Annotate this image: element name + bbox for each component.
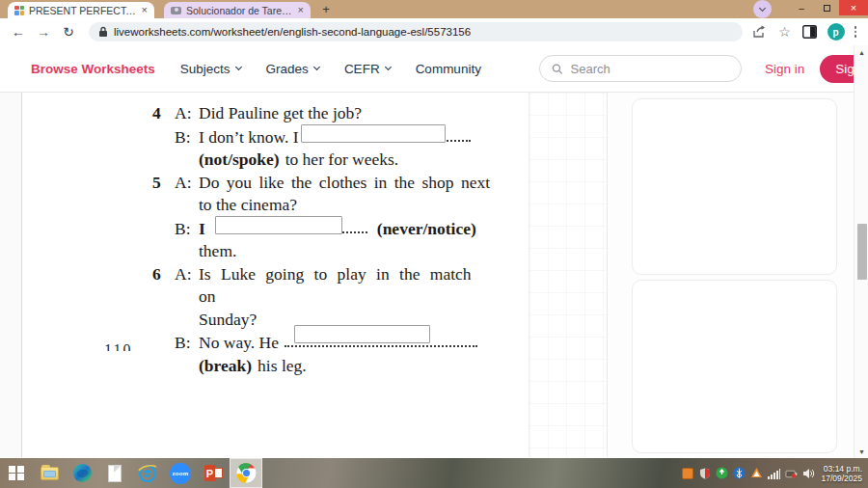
nav-subjects[interactable]: Subjects: [180, 62, 241, 76]
worksheet-exercises: 4 A: Did Pauline get the job? B: I don’t…: [152, 102, 490, 377]
share-icon[interactable]: [752, 24, 768, 40]
liveworksheets-favicon-icon: [14, 6, 24, 15]
answer-tail: them.: [199, 240, 236, 263]
exercise-6-answer-line: B: No way. He: [152, 331, 490, 355]
worksheet-page: 4 A: Did Pauline get the job? B: I don’t…: [23, 93, 609, 457]
battery-alert-icon[interactable]: [785, 467, 798, 479]
site-nav: Browse Worksheets Subjects Grades CEFR C…: [31, 62, 481, 76]
side-card-bottom: [632, 280, 837, 453]
toolbar-icons: ☆ p: [752, 23, 861, 41]
exercise-5-answer-input[interactable]: [215, 216, 342, 234]
exercise-4-question: 4 A: Did Pauline get the job?: [152, 102, 490, 125]
tab-present-perfect[interactable]: PRESENT PERFECT... | Free Intera... ×: [8, 2, 154, 18]
search-box[interactable]: [539, 55, 742, 82]
anydesk-icon[interactable]: [750, 467, 763, 479]
profile-avatar[interactable]: p: [827, 23, 845, 41]
speaker-label: A:: [175, 172, 199, 195]
nav-community[interactable]: Community: [416, 62, 481, 76]
chrome-icon: [236, 463, 257, 483]
minimize-button[interactable]: –: [789, 0, 814, 15]
menu-kebab-icon[interactable]: [854, 26, 857, 38]
url-text: liveworksheets.com/worksheet/en/english-…: [114, 26, 471, 38]
scrollbar-thumb[interactable]: [857, 224, 867, 280]
question-text: to the cinema?: [199, 194, 297, 217]
side-panel-icon[interactable]: [802, 24, 818, 40]
clock-date: 17/09/2025: [821, 474, 862, 483]
speaker-label: B:: [175, 332, 199, 355]
speaker-label: A:: [175, 263, 199, 286]
answer-tail: to her for weeks.: [285, 149, 399, 172]
maximize-button[interactable]: [814, 0, 839, 15]
nav-cefr[interactable]: CEFR: [344, 62, 391, 76]
internet-explorer-button[interactable]: [131, 458, 164, 488]
scroll-up-icon[interactable]: ▲: [854, 45, 868, 59]
photo-solver-favicon-icon: [171, 7, 181, 14]
tab-close-icon[interactable]: ×: [298, 5, 304, 15]
internet-explorer-icon: [137, 463, 158, 484]
nav-grades[interactable]: Grades: [266, 62, 319, 76]
exercise-5-question-line2: to the cinema?: [152, 194, 490, 217]
zoom-icon: zoom: [170, 463, 191, 484]
side-card-top: [632, 98, 837, 275]
chrome-button[interactable]: [230, 458, 262, 488]
file-explorer-button[interactable]: [33, 458, 66, 488]
scroll-down-icon[interactable]: ▼: [854, 445, 868, 458]
verb-hint: (break): [199, 355, 252, 378]
answer-field-wrap: [215, 217, 367, 234]
exercise-6-answer-input[interactable]: [294, 325, 430, 343]
lock-icon: [98, 26, 108, 38]
verb-hint: (not/spoke): [199, 149, 280, 172]
search-wrap: [481, 55, 765, 82]
network-signal-icon[interactable]: [768, 467, 780, 479]
exercise-4-answer-input[interactable]: [301, 124, 446, 143]
bookmark-star-icon[interactable]: ☆: [777, 24, 793, 40]
tab-solucionador[interactable]: Solucionador de Tareas con Foto ×: [164, 2, 311, 18]
taskbar-clock[interactable]: 03:14 p.m. 17/09/2025: [821, 464, 868, 483]
dotted-line: [285, 345, 477, 347]
clock-time: 03:14 p.m.: [821, 464, 862, 474]
chevron-down-icon: [235, 64, 242, 70]
tray-status-green-icon[interactable]: [716, 467, 728, 479]
zoom-button[interactable]: zoom: [164, 458, 197, 488]
exercise-6-hint-line: (break) his leg.: [152, 355, 490, 378]
speaker-label: A:: [175, 102, 199, 125]
address-bar[interactable]: liveworksheets.com/worksheet/en/english-…: [89, 22, 743, 41]
bluetooth-icon[interactable]: [733, 467, 746, 479]
tray-app-orange-icon[interactable]: [681, 467, 693, 479]
tray-security-icon[interactable]: [698, 467, 711, 479]
powerpoint-button[interactable]: P: [197, 458, 230, 488]
edge-icon: [72, 463, 93, 483]
nav-browse-worksheets[interactable]: Browse Worksheets: [31, 62, 155, 76]
tab-search-icon[interactable]: [753, 0, 772, 18]
edge-button[interactable]: [66, 458, 98, 488]
search-input[interactable]: [571, 62, 729, 76]
new-tab-button[interactable]: +: [319, 3, 333, 16]
tab-close-icon[interactable]: ×: [142, 5, 148, 15]
back-button[interactable]: ←: [8, 21, 29, 42]
start-button[interactable]: [0, 458, 33, 488]
worksheet-page-number: 110: [104, 341, 132, 351]
exercise-4-hint-line: (not/spoke) to her for weeks.: [152, 149, 490, 172]
tab-strip: PRESENT PERFECT... | Free Intera... × So…: [0, 0, 868, 18]
forward-button[interactable]: →: [33, 21, 54, 42]
powerpoint-icon: P: [204, 465, 223, 481]
page-scrollbar[interactable]: ▲ ▼: [854, 45, 868, 458]
exercise-5-answer-line: B: I (never/notice): [152, 217, 490, 241]
auth-links: Sign in Sign up: [765, 55, 868, 83]
main-area: 4 A: Did Pauline get the job? B: I don’t…: [0, 93, 868, 457]
notepad-button[interactable]: [98, 458, 131, 488]
question-text: Is Luke going to play in the match on: [199, 263, 490, 309]
speaker-label: B:: [175, 218, 199, 241]
reload-button[interactable]: ↻: [58, 21, 79, 42]
exercise-number: 5: [152, 172, 175, 195]
site-header: Browse Worksheets Subjects Grades CEFR C…: [0, 45, 868, 93]
sign-in-link[interactable]: Sign in: [765, 62, 804, 76]
browser-toolbar: ← → ↻ liveworksheets.com/worksheet/en/en…: [0, 18, 868, 45]
page-content: Browse Worksheets Subjects Grades CEFR C…: [0, 45, 868, 458]
tab-title: Solucionador de Tareas con Foto: [186, 5, 293, 16]
close-window-button[interactable]: ×: [839, 0, 868, 15]
exercise-6-question: 6 A: Is Luke going to play in the match …: [152, 263, 490, 309]
windows-taskbar: zoom P: [0, 458, 868, 488]
volume-icon[interactable]: [802, 467, 815, 479]
answer-field-wrap: [285, 331, 477, 348]
